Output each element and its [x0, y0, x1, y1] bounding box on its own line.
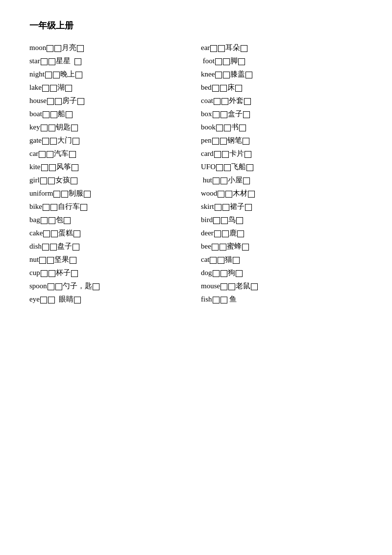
list-item: book书 — [201, 121, 363, 134]
list-item: moon月亮 — [29, 41, 191, 54]
list-item: bird鸟 — [201, 213, 363, 227]
list-item: pen钢笔 — [201, 134, 363, 147]
list-item: deer鹿 — [201, 227, 363, 240]
list-item: skirt裙子 — [201, 200, 363, 213]
list-item: gate大门 — [29, 134, 191, 147]
list-item: ear耳朵 — [201, 41, 363, 54]
list-item: uniform制服 — [29, 187, 191, 200]
list-item: coat外套 — [201, 94, 363, 107]
column-left: moon月亮 star星星 night晚上 lake湖 house房子 boat… — [29, 41, 191, 306]
list-item: cake蛋糕 — [29, 227, 191, 240]
list-item: UFO飞船 — [201, 160, 363, 174]
page-title: 一年级上册 — [29, 20, 363, 31]
list-item: wood木材 — [201, 187, 363, 200]
list-item: kite风筝 — [29, 160, 191, 174]
list-item: dog狗 — [201, 266, 363, 279]
list-item: fish 鱼 — [201, 293, 363, 306]
list-item: bee蜜蜂 — [201, 240, 363, 253]
list-item: knee膝盖 — [201, 68, 363, 81]
list-item: box盒子 — [201, 107, 363, 121]
list-item: boat船 — [29, 107, 191, 121]
list-item: mouse老鼠 — [201, 279, 363, 293]
list-item: car汽车 — [29, 147, 191, 160]
list-item: spoon勺子，匙 — [29, 279, 191, 293]
list-item: eye 眼睛 — [29, 293, 191, 306]
list-item: cat猫 — [201, 253, 363, 266]
list-item: hut小屋 — [201, 174, 363, 187]
vocab-grid: moon月亮 star星星 night晚上 lake湖 house房子 boat… — [29, 41, 363, 306]
list-item: night晚上 — [29, 68, 191, 81]
list-item: cup杯子 — [29, 266, 191, 279]
list-item: bed床 — [201, 81, 363, 94]
list-item: dish盘子 — [29, 240, 191, 253]
list-item: house房子 — [29, 94, 191, 107]
list-item: star星星 — [29, 54, 191, 68]
list-item: girl女孩 — [29, 174, 191, 187]
list-item: bag包 — [29, 213, 191, 227]
list-item: card卡片 — [201, 147, 363, 160]
column-right: ear耳朵 foot脚 knee膝盖 bed床 coat外套 box盒子 boo… — [201, 41, 363, 306]
list-item: foot脚 — [201, 54, 363, 68]
list-item: key钥匙 — [29, 121, 191, 134]
list-item: lake湖 — [29, 81, 191, 94]
list-item: bike自行车 — [29, 200, 191, 213]
list-item: nut坚果 — [29, 253, 191, 266]
